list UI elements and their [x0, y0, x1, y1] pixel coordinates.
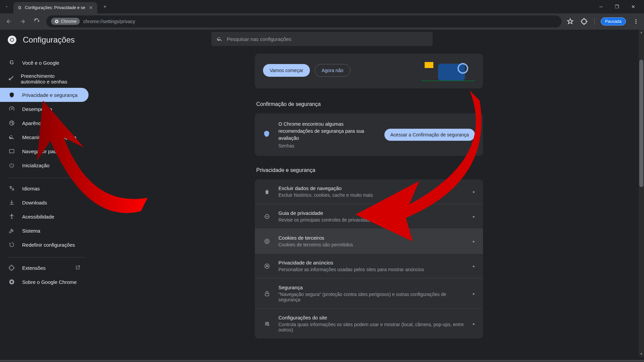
sidebar-item[interactable]: Redefinir configurações: [0, 238, 89, 252]
chevron-right-icon: ▸: [473, 189, 475, 194]
privacy-row[interactable]: Cookies de terceirosCookies de terceiros…: [255, 229, 483, 253]
row-title: Configurações do site: [278, 315, 466, 320]
svg-point-24: [268, 241, 268, 242]
sidebar-item-label: Privacidade e segurança: [22, 92, 77, 98]
row-subtitle: Excluir histórico, cookies, cache e muit…: [278, 192, 466, 198]
row-title: Guia de privacidade: [278, 210, 466, 216]
privacy-row[interactable]: Configurações do siteControla quais info…: [255, 308, 483, 339]
extensions-icon[interactable]: [580, 17, 588, 25]
svg-point-7: [11, 39, 13, 41]
svg-point-4: [636, 22, 637, 23]
sidebar-item[interactable]: Privacidade e segurança: [0, 88, 89, 102]
bookmark-star-icon[interactable]: [566, 17, 574, 25]
sidebar-separator: [8, 257, 86, 257]
vertical-scrollbar[interactable]: ▲ ▼: [639, 29, 644, 357]
chrome-chip-label: Chrome: [61, 19, 76, 24]
safety-section-title: Confirmação de segurança: [256, 101, 483, 107]
sidebar-item-label: Mecanismo de pesquisa: [22, 134, 76, 140]
power-icon: [8, 162, 15, 168]
tab-title: Configurações: Privacidade e se: [25, 5, 85, 10]
lang-icon: [8, 185, 15, 191]
privacy-row[interactable]: Privacidade de anúnciosPersonalize as in…: [255, 253, 483, 278]
sidebar-item[interactable]: Inicialização: [0, 158, 89, 172]
close-window-button[interactable]: ✕: [629, 2, 637, 11]
row-subtitle: "Navegação segura" (proteção contra site…: [278, 292, 466, 302]
sidebar-item-label: Acessibilidade: [22, 214, 54, 220]
rect-icon: [8, 148, 15, 154]
row-subtitle: Controla quais informações os sites pode…: [278, 322, 466, 333]
tabs-dropdown[interactable]: [0, 5, 13, 9]
back-button[interactable]: [4, 17, 13, 26]
svg-point-20: [265, 239, 269, 244]
row-subtitle: Revise os principais controles de privac…: [278, 217, 466, 223]
sidebar-item[interactable]: Sistema: [0, 224, 89, 238]
privacy-row[interactable]: Excluir dados de navegaçãoExcluir histór…: [255, 179, 483, 204]
address-bar[interactable]: Chrome chrome://settings/privacy: [46, 15, 561, 27]
sidebar-item[interactable]: Mecanismo de pesquisa: [0, 130, 89, 144]
toolbar-divider: [594, 18, 595, 25]
shield-icon: [263, 130, 271, 139]
privacy-row[interactable]: Guia de privacidadeRevise os principais …: [255, 204, 483, 229]
privacy-row[interactable]: Segurança"Navegação segura" (proteção co…: [255, 278, 483, 308]
tab-close-button[interactable]: ✕: [88, 5, 94, 11]
safety-check-button[interactable]: Acessar a Confirmação de segurança: [384, 129, 475, 141]
cookie-icon: [263, 238, 271, 244]
sidebar-separator: [8, 178, 86, 178]
sidebar-item[interactable]: Aparência: [0, 116, 89, 130]
svg-point-19: [267, 216, 267, 217]
svg-point-15: [11, 214, 12, 215]
browser-toolbar: Chrome chrome://settings/privacy Pausada: [0, 13, 644, 29]
brush-icon: [8, 120, 15, 126]
row-title: Privacidade de anúncios: [278, 260, 466, 265]
shield-icon: [8, 92, 15, 98]
scroll-down-button[interactable]: ▼: [639, 351, 644, 357]
maximize-button[interactable]: ❐: [613, 2, 621, 11]
svg-point-23: [266, 242, 267, 242]
sidebar-item[interactable]: Downloads: [0, 195, 89, 209]
svg-point-9: [11, 109, 12, 109]
sidebar-item[interactable]: Acessibilidade: [0, 209, 89, 224]
chrome-origin-chip: Chrome: [51, 18, 80, 25]
sidebar-item[interactable]: Desempenho: [0, 102, 89, 116]
sidebar-item-label: Desempenho: [22, 106, 52, 112]
forward-button[interactable]: [18, 17, 28, 26]
minimize-button[interactable]: ─: [597, 2, 605, 11]
svg-rect-14: [9, 149, 14, 153]
scroll-thumb[interactable]: [639, 60, 643, 187]
browser-tab[interactable]: Configurações: Privacidade e se ✕: [13, 2, 97, 13]
row-title: Excluir dados de navegação: [278, 185, 466, 191]
sidebar-item[interactable]: Idiomas: [0, 181, 89, 195]
reload-button[interactable]: [32, 17, 42, 26]
settings-content[interactable]: Vamos começar Agora não Confirmação de s…: [94, 29, 644, 362]
sidebar-item-label: Idiomas: [22, 186, 40, 191]
sidebar-item[interactable]: Extensões: [0, 261, 89, 275]
kebab-menu-icon[interactable]: [632, 17, 640, 25]
chrome-logo-icon: [7, 35, 17, 45]
settings-title: Configurações: [23, 35, 75, 45]
svg-point-13: [12, 123, 13, 124]
sidebar-item[interactable]: Navegador padrão: [0, 144, 89, 158]
settings-sidebar: GVocê e o GooglePreenchimento automático…: [0, 29, 94, 362]
ext-icon: [8, 265, 15, 271]
profile-status-chip[interactable]: Pausada: [601, 17, 626, 25]
url-text: chrome://settings/privacy: [83, 19, 135, 24]
tune-icon: [263, 321, 271, 327]
sidebar-item-label: Inicialização: [22, 163, 50, 168]
sidebar-item-label: Extensões: [22, 265, 46, 271]
chrome-icon: [8, 279, 15, 285]
row-subtitle: Cookies de terceiros são permitidos: [278, 242, 466, 247]
search-icon: [8, 134, 15, 140]
svg-point-11: [11, 122, 11, 123]
promo-primary-button[interactable]: Vamos começar: [263, 64, 310, 77]
row-subtitle: Personalize as informações usadas pelos …: [278, 267, 466, 272]
chevron-right-icon: ▸: [473, 321, 475, 326]
titlebar: Configurações: Privacidade e se ✕ + ─ ❐ …: [0, 0, 644, 13]
sidebar-item[interactable]: Sobre o Google Chrome: [0, 275, 89, 289]
sidebar-item[interactable]: Preenchimento automático e senhas: [0, 70, 89, 88]
sidebar-item[interactable]: GVocê e o Google: [0, 56, 89, 70]
promo-secondary-button[interactable]: Agora não: [315, 64, 351, 77]
new-tab-button[interactable]: +: [100, 4, 110, 10]
wrench-icon: [8, 228, 15, 234]
promo-illustration: [421, 60, 475, 80]
chevron-right-icon: ▸: [473, 239, 475, 244]
